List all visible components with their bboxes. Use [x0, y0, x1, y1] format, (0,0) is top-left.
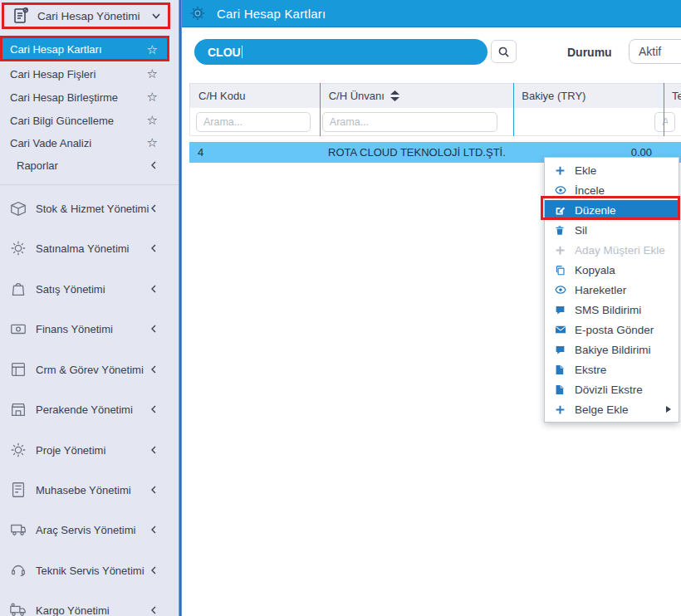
- chevron-left-icon: [149, 485, 158, 495]
- filter-input-title[interactable]: [322, 112, 497, 132]
- submenu-caret-icon: [665, 405, 672, 413]
- sidebar-module-perakende[interactable]: Perakende Yönetimi: [0, 389, 169, 429]
- search-button[interactable]: [491, 40, 517, 63]
- store-icon: [9, 400, 27, 418]
- gear-icon: [9, 441, 27, 459]
- status-select[interactable]: Aktif: [629, 39, 681, 64]
- sidebar-module-label: Araç Servis Yönetimi: [36, 524, 149, 536]
- sidebar-module-satis[interactable]: Satış Yönetimi: [0, 269, 169, 309]
- sidebar-module-label: Crm & Görev Yönetimi: [36, 364, 149, 376]
- star-icon[interactable]: ☆: [147, 135, 158, 150]
- cell-title: ROTA CLOUD TEKNOLOJİ LTD.ŞTİ.: [320, 146, 513, 159]
- chevron-left-icon: [149, 525, 158, 535]
- star-icon[interactable]: ☆: [147, 113, 158, 128]
- sidebar-module-arac-servis[interactable]: Araç Servis Yönetimi: [0, 510, 169, 550]
- chevron-left-icon: [149, 404, 158, 414]
- sidebar-module-label: Perakende Yönetimi: [36, 403, 149, 416]
- plus-icon: [555, 245, 566, 256]
- gear-icon: [9, 239, 27, 257]
- menu-item-ekle[interactable]: Ekle: [545, 160, 679, 180]
- menu-item-bakiye-bildirimi[interactable]: Bakiye Bildirimi: [545, 340, 679, 359]
- sidebar-module-kargo[interactable]: Kargo Yönetimi: [0, 590, 169, 616]
- sidebar-module-label: Satınalma Yönetimi: [36, 242, 149, 255]
- menu-item-duzenle[interactable]: Düzenle: [545, 200, 679, 220]
- sidebar-module-label: Kargo Yönetimi: [36, 604, 149, 616]
- sidebar-item-cari-vade-analizi[interactable]: Cari Vade Analizi ☆: [0, 131, 169, 154]
- menu-item-sil[interactable]: Sil: [545, 220, 679, 240]
- sidebar-item-raporlar[interactable]: Raporlar: [0, 154, 169, 176]
- column-header-code[interactable]: C/H Kodu: [190, 84, 321, 108]
- page-header: Cari Hesap Kartları: [182, 0, 681, 27]
- page-title: Cari Hesap Kartları: [217, 7, 326, 21]
- ledger-icon: [9, 481, 27, 499]
- search-input[interactable]: CLOU: [194, 39, 487, 65]
- chevron-left-icon: [149, 605, 158, 615]
- chevron-down-icon: [151, 11, 161, 21]
- column-separator: [664, 83, 664, 136]
- chevron-left-icon: [149, 203, 158, 213]
- shopping-bag-icon: [9, 280, 27, 298]
- banknote-icon: [9, 320, 27, 338]
- menu-item-hareketler[interactable]: Hareketler: [545, 280, 679, 300]
- headset-icon: [9, 561, 27, 579]
- star-icon[interactable]: ☆: [147, 90, 158, 105]
- menu-item-ekstre[interactable]: Ekstre: [545, 359, 679, 379]
- sidebar-module-finans[interactable]: Finans Yönetimi: [0, 309, 169, 349]
- sidebar-item-label: Cari Hesap Fişleri: [10, 68, 147, 81]
- column-header-tel[interactable]: Tel: [664, 84, 681, 108]
- sidebar-module-proje[interactable]: Proje Yönetimi: [0, 430, 169, 470]
- chevron-left-icon: [149, 160, 158, 170]
- vehicle-icon: [9, 521, 27, 539]
- sidebar-module-label: Stok & Hizmet Yönetimi: [36, 203, 149, 215]
- mail-icon: [555, 325, 566, 335]
- app-window: Cari Hesap Yönetimi Cari Hesap Kartları …: [0, 0, 681, 616]
- menu-item-sms-bildirimi[interactable]: SMS Bildirimi: [545, 300, 679, 320]
- sidebar-item-cari-bilgi-guncelleme[interactable]: Cari Bilgi Güncelleme ☆: [0, 109, 169, 132]
- sidebar-module-teknik-servis[interactable]: Teknik Servis Yönetimi: [0, 550, 169, 590]
- chevron-left-icon: [149, 243, 158, 253]
- sidebar-divider: [0, 184, 179, 185]
- filter-input-tel[interactable]: [654, 112, 675, 132]
- column-header-title[interactable]: C/H Ünvanı: [321, 84, 514, 108]
- column-header-balance[interactable]: Bakiye (TRY): [513, 84, 664, 108]
- chevron-left-icon: [149, 364, 158, 374]
- column-separator: [320, 83, 321, 136]
- eye-icon: [555, 184, 566, 196]
- sidebar-item-label: Cari Bilgi Güncelleme: [10, 115, 147, 127]
- eye-icon: [555, 284, 566, 296]
- sidebar-module-stok-hizmet[interactable]: Stok & Hizmet Yönetimi: [0, 188, 169, 228]
- context-menu: Ekle İncele Düzenle Sil Aday Müşteri Ekl…: [544, 157, 679, 423]
- search-icon: [497, 46, 510, 58]
- sort-icon[interactable]: [390, 90, 399, 101]
- copy-icon: [555, 265, 566, 276]
- filter-input-code[interactable]: [196, 112, 311, 132]
- sidebar-item-cari-hesap-birlestirme[interactable]: Cari Hesap Birleştirme ☆: [0, 86, 169, 109]
- trash-icon: [555, 225, 565, 236]
- text-cursor: [242, 46, 243, 58]
- sidebar-module-satinalma[interactable]: Satınalma Yönetimi: [0, 228, 169, 268]
- toolbar: CLOU Durumu Aktif: [182, 28, 681, 79]
- sidebar-module-label: Proje Yönetimi: [36, 444, 149, 457]
- menu-item-kopyala[interactable]: Kopyala: [545, 260, 679, 280]
- sidebar-module-crm-gorev[interactable]: Crm & Görev Yönetimi: [0, 350, 169, 389]
- menu-item-belge-ekle[interactable]: Belge Ekle: [545, 399, 679, 419]
- file-icon: [555, 384, 564, 395]
- sidebar-item-label: Cari Hesap Kartları: [10, 43, 147, 56]
- chat-icon: [555, 305, 566, 315]
- menu-item-eposta-gonder[interactable]: E-posta Gönder: [545, 320, 679, 340]
- sidebar-header-cari-hesap-yonetimi[interactable]: Cari Hesap Yönetimi: [0, 2, 173, 30]
- document-edit-icon: [11, 6, 31, 26]
- star-icon[interactable]: ☆: [147, 42, 158, 57]
- cell-code: 4: [189, 146, 320, 159]
- sidebar-item-cari-hesap-kartlari[interactable]: Cari Hesap Kartları ☆: [0, 37, 169, 61]
- sidebar-item-label: Cari Hesap Birleştirme: [10, 91, 147, 104]
- status-value: Aktif: [639, 45, 661, 58]
- menu-item-dovizli-ekstre[interactable]: Dövizli Ekstre: [545, 379, 679, 399]
- sidebar-module-label: Teknik Servis Yönetimi: [36, 565, 149, 577]
- sidebar-module-muhasebe[interactable]: Muhasebe Yönetimi: [0, 470, 169, 510]
- menu-item-aday-musteri-ekle: Aday Müşteri Ekle: [545, 240, 679, 260]
- star-icon[interactable]: ☆: [147, 66, 158, 81]
- menu-item-incele[interactable]: İncele: [545, 180, 679, 200]
- sidebar-item-cari-hesap-fisleri[interactable]: Cari Hesap Fişleri ☆: [0, 62, 169, 86]
- chevron-left-icon: [149, 565, 158, 575]
